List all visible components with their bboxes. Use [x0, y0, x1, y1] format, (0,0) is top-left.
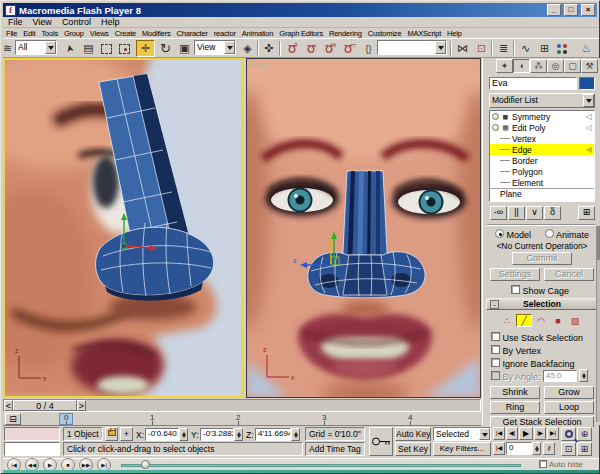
object-color-swatch[interactable]: [579, 77, 595, 90]
max-menu-reactor[interactable]: reactor: [211, 29, 239, 38]
max-menu-tools[interactable]: Tools: [38, 29, 61, 38]
make-unique-button[interactable]: ∨: [526, 206, 543, 220]
by-angle-checkbox[interactable]: By Angle:: [491, 371, 541, 382]
next-frame-button[interactable]: |▶: [534, 427, 546, 440]
maximize-button[interactable]: □: [564, 4, 578, 16]
commit-button[interactable]: Commit: [512, 252, 572, 265]
layers-icon[interactable]: ≣: [494, 40, 513, 57]
render-scene-icon[interactable]: ♨: [577, 40, 596, 57]
edge-subobject-icon[interactable]: ╱: [516, 314, 532, 327]
max-menu-modifiers[interactable]: Modifiers: [139, 29, 174, 38]
stack-row-symmetry[interactable]: ◼Symmetry◁: [490, 111, 594, 122]
go-to-end-button[interactable]: ▶|: [547, 427, 559, 440]
z-spinner[interactable]: [291, 428, 300, 441]
select-manipulate-icon[interactable]: ✜: [259, 40, 278, 57]
by-angle-field[interactable]: 45.0: [543, 370, 577, 382]
ring-button[interactable]: Ring: [490, 401, 540, 414]
pin-stack-button[interactable]: -∞: [490, 206, 507, 220]
auto-key-button[interactable]: Auto Key: [395, 427, 431, 441]
dropdown-arrow-icon[interactable]: [583, 94, 594, 107]
percent-snap-icon[interactable]: Ω%: [321, 40, 340, 57]
settings-button[interactable]: Settings: [490, 268, 540, 281]
maxscript-mini-listener-white[interactable]: [4, 442, 60, 456]
tab-utilities[interactable]: ⚒: [581, 59, 598, 73]
max-menu-help[interactable]: Help: [444, 29, 465, 38]
show-end-result-button[interactable]: ||: [508, 206, 525, 220]
selection-rollout-header[interactable]: - Selection: [486, 298, 598, 310]
current-frame-field[interactable]: 0: [506, 442, 532, 455]
set-keys-button[interactable]: [369, 427, 393, 456]
tab-create[interactable]: ✦: [496, 59, 513, 73]
curve-editor-icon[interactable]: ∿: [516, 40, 535, 57]
max-menu-animation[interactable]: Animation: [239, 29, 277, 38]
max-menu-maxscript[interactable]: MAXScript: [404, 29, 444, 38]
stack-row-vertex[interactable]: Vertex: [490, 133, 594, 144]
y-spinner[interactable]: [234, 428, 243, 441]
tab-modify[interactable]: ◖: [513, 59, 530, 73]
go-to-start-button[interactable]: |◀: [493, 427, 505, 440]
flash-menu-control[interactable]: Control: [57, 17, 96, 27]
angle-snap-icon[interactable]: Ω▵: [302, 40, 321, 57]
ignore-backfacing-checkbox[interactable]: Ignore Backfacing: [491, 358, 575, 369]
time-slider-next-button[interactable]: >: [77, 400, 86, 411]
viewport-left[interactable]: Left: [3, 58, 243, 398]
max-menu-edit[interactable]: Edit: [20, 29, 38, 38]
rect-selection-region-icon[interactable]: [97, 40, 116, 57]
panel-scrollbar[interactable]: [596, 226, 600, 422]
schematic-view-icon[interactable]: ⊞: [535, 40, 554, 57]
model-radio[interactable]: Model: [495, 229, 531, 240]
polygon-subobject-icon[interactable]: ■: [550, 314, 566, 327]
dropdown-arrow-icon[interactable]: [435, 41, 446, 54]
vertex-subobject-icon[interactable]: ∴: [499, 314, 515, 327]
dropdown-arrow-icon[interactable]: [479, 428, 490, 440]
set-key-button[interactable]: Set Key: [395, 442, 431, 456]
stack-row-edit-poly[interactable]: ▦Edit Poly◁: [490, 122, 594, 133]
time-slider-thumb[interactable]: 0 / 4: [13, 400, 77, 411]
previous-frame-button[interactable]: ◀|: [506, 427, 518, 440]
show-cage-checkbox[interactable]: Show Cage: [511, 285, 569, 296]
max-menu-create[interactable]: Create: [112, 29, 139, 38]
zoom-icon[interactable]: [561, 427, 576, 441]
time-slider-prev-button[interactable]: <: [4, 400, 13, 411]
max-menu-file[interactable]: File: [3, 29, 20, 38]
x-spinner[interactable]: [179, 428, 188, 441]
max-menu-character[interactable]: Character: [174, 29, 211, 38]
frame-back-button[interactable]: |◀: [493, 442, 505, 455]
object-name-field[interactable]: Eva: [489, 77, 577, 90]
flash-menu-view[interactable]: View: [28, 17, 57, 27]
max-menu-views[interactable]: Views: [87, 29, 112, 38]
use-pivot-center-icon[interactable]: ◈: [238, 40, 257, 57]
grow-button[interactable]: Grow: [544, 386, 594, 399]
material-editor-icon[interactable]: [555, 40, 574, 57]
select-by-name-icon[interactable]: ▤: [79, 40, 98, 57]
named-selection-combo[interactable]: [377, 40, 447, 55]
stack-row-polygon[interactable]: Polygon: [490, 166, 594, 177]
max-menu-rendering[interactable]: Rendering: [326, 29, 365, 38]
edit-named-sets-icon[interactable]: {}: [359, 40, 378, 57]
select-scale-icon[interactable]: ▣: [175, 40, 194, 57]
z-field[interactable]: 4'11.6694": [255, 428, 291, 441]
max-menu-group[interactable]: Group: [61, 29, 87, 38]
flash-progress-track[interactable]: [121, 464, 521, 467]
auto-hide-checkbox[interactable]: Auto hide: [539, 460, 583, 469]
dropdown-arrow-icon[interactable]: [45, 41, 56, 54]
viewport-front-label[interactable]: Front: [251, 60, 270, 69]
flash-progress-thumb[interactable]: [141, 460, 150, 469]
title-bar[interactable]: f Macromedia Flash Player 8 _ □ ×: [3, 3, 597, 17]
zoom-extents-all-icon[interactable]: ⊞: [577, 442, 592, 456]
coord-system-combo[interactable]: View: [194, 40, 236, 55]
max-menu-graph-editors[interactable]: Graph Editors: [276, 29, 326, 38]
border-subobject-icon[interactable]: ◠: [533, 314, 549, 327]
crossing-selection-icon[interactable]: [115, 40, 134, 57]
tab-motion[interactable]: ◎: [547, 59, 564, 73]
stack-row-plane[interactable]: Plane: [490, 188, 594, 199]
shrink-button[interactable]: Shrink: [490, 386, 540, 399]
open-mini-curve-editor-button[interactable]: ⊟: [5, 413, 21, 425]
lightbulb-icon[interactable]: [492, 124, 499, 131]
close-button[interactable]: ×: [581, 4, 595, 16]
spinner-snap-icon[interactable]: Ω▭: [340, 40, 359, 57]
viewport-left-label[interactable]: Left: [9, 61, 22, 70]
selection-lock-button[interactable]: [105, 427, 118, 441]
max-menu-customize[interactable]: Customize: [365, 29, 405, 38]
minimize-button[interactable]: _: [547, 4, 561, 16]
